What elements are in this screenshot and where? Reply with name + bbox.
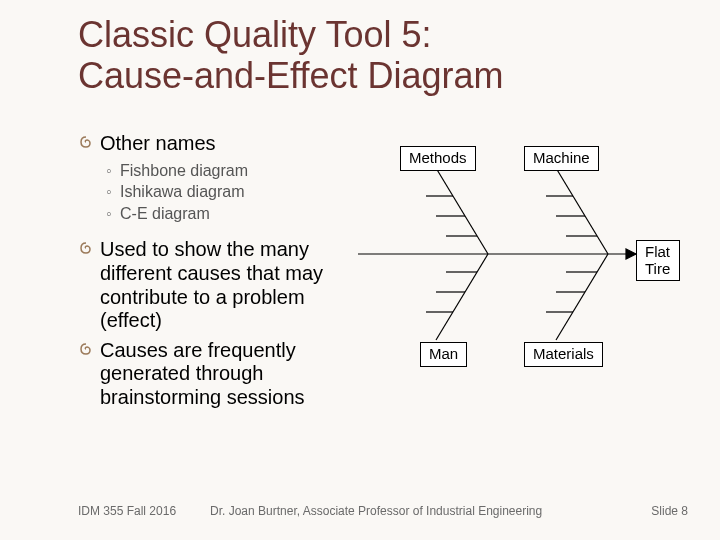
bullet-other-names: Other names — [78, 132, 348, 156]
fishbone-diagram: Methods Machine Man Materials Flat Tire — [358, 146, 698, 396]
effect-line-2: Tire — [645, 260, 670, 277]
swirl-icon — [78, 240, 94, 256]
svg-line-10 — [436, 254, 488, 340]
sub-bullet: Ishikawa diagram — [106, 181, 348, 203]
effect-box: Flat Tire — [636, 240, 680, 281]
sub-bullet: C-E diagram — [106, 203, 348, 225]
svg-line-2 — [436, 168, 488, 254]
bullet-used-to-show: Used to show the many different causes t… — [78, 238, 348, 332]
title-line-2: Cause-and-Effect Diagram — [78, 55, 504, 96]
bullet-text: Used to show the many different causes t… — [100, 238, 323, 331]
svg-line-14 — [556, 254, 608, 340]
effect-line-1: Flat — [645, 243, 670, 260]
category-box-machine: Machine — [524, 146, 599, 171]
svg-line-6 — [556, 168, 608, 254]
footer-slide-number: Slide 8 — [651, 504, 688, 518]
footer-author: Dr. Joan Burtner, Associate Professor of… — [210, 504, 610, 518]
swirl-icon — [78, 341, 94, 357]
bullet-text: Other names — [100, 132, 216, 154]
bullet-causes: Causes are frequently generated through … — [78, 339, 348, 410]
body-text: Other names Fishbone diagram Ishikawa di… — [78, 132, 348, 414]
category-box-materials: Materials — [524, 342, 603, 367]
sub-bullet-list: Fishbone diagram Ishikawa diagram C-E di… — [106, 160, 348, 225]
swirl-icon — [78, 134, 94, 150]
category-box-man: Man — [420, 342, 467, 367]
slide: Classic Quality Tool 5: Cause-and-Effect… — [0, 0, 720, 540]
slide-title: Classic Quality Tool 5: Cause-and-Effect… — [78, 14, 638, 97]
sub-bullet: Fishbone diagram — [106, 160, 348, 182]
footer-course: IDM 355 Fall 2016 — [78, 504, 176, 518]
category-box-methods: Methods — [400, 146, 476, 171]
title-line-1: Classic Quality Tool 5: — [78, 14, 431, 55]
svg-marker-1 — [626, 249, 636, 259]
bullet-text: Causes are frequently generated through … — [100, 339, 305, 408]
